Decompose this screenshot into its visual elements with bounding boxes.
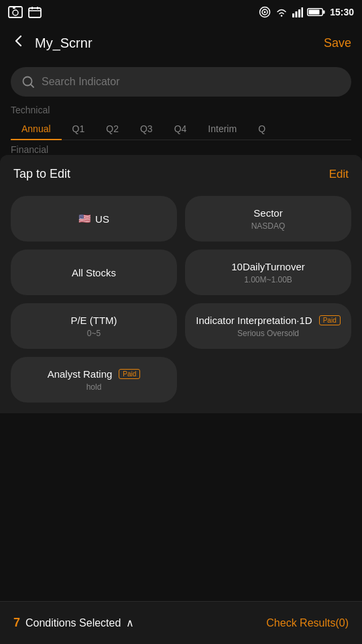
conditions-label: Conditions Selected — [25, 617, 121, 629]
chip-sector-sub: NASDAQ — [251, 221, 286, 231]
svg-rect-12 — [298, 9, 300, 17]
chip-us-region[interactable]: 🇺🇸 US — [11, 196, 177, 241]
chip-pe-sub: 0~5 — [87, 329, 101, 338]
svg-point-9 — [264, 11, 266, 13]
svg-rect-15 — [309, 10, 320, 15]
chip-pe-main: P/E (TTM) — [70, 315, 117, 326]
tap-to-edit-label: Tap to Edit — [13, 167, 70, 181]
main-card: Tap to Edit Edit 🇺🇸 US Sector NASDAQ All… — [0, 155, 362, 413]
chip-indicator-sub: Serious Oversold — [237, 329, 299, 338]
svg-rect-13 — [302, 7, 304, 17]
svg-rect-16 — [323, 11, 325, 14]
chevron-up-icon[interactable]: ∧ — [126, 616, 134, 629]
chip-sector-main: Sector — [253, 207, 282, 219]
bottom-bar: 7 Conditions Selected ∧ Check Results(0) — [0, 601, 362, 644]
conditions-count: 7 — [13, 616, 20, 630]
chip-indicator-main: Indicator Interpretation·1D Paid — [196, 315, 340, 326]
status-bar: 15:30 — [0, 0, 362, 24]
chip-analyst-sub: hold — [86, 382, 102, 392]
tab-q4[interactable]: Q4 — [164, 118, 198, 140]
tab-q1[interactable]: Q1 — [62, 118, 96, 140]
tab-annual[interactable]: Annual — [11, 118, 62, 140]
header: My_Scrnr Save — [0, 24, 362, 62]
chip-all-stocks[interactable]: All Stocks — [11, 250, 177, 295]
chip-turnover-main: 10DailyTurnover — [231, 261, 305, 272]
financial-label: Financial — [0, 140, 362, 155]
status-bar-right: 15:30 — [259, 6, 354, 18]
svg-point-1 — [13, 10, 18, 15]
us-flag: 🇺🇸 — [78, 213, 91, 225]
back-button[interactable] — [11, 33, 27, 53]
svg-rect-10 — [292, 13, 294, 17]
technical-label: Technical — [11, 105, 351, 115]
edit-button[interactable]: Edit — [329, 168, 349, 181]
paid-badge-analyst: Paid — [119, 369, 140, 379]
battery-icon — [307, 7, 326, 17]
chip-us-main: 🇺🇸 US — [78, 213, 109, 225]
search-bar[interactable] — [11, 67, 351, 97]
tab-q3[interactable]: Q3 — [129, 118, 164, 140]
chip-analyst-rating[interactable]: Analyst Rating Paid hold — [11, 357, 177, 402]
wifi-icon — [275, 7, 288, 17]
status-bar-left — [8, 6, 42, 18]
svg-rect-3 — [29, 8, 41, 17]
check-results-button[interactable]: Check Results(0) — [266, 617, 349, 629]
page-title: My_Scrnr — [35, 36, 324, 51]
chip-pe-ttm[interactable]: P/E (TTM) 0~5 — [11, 303, 177, 349]
save-button[interactable]: Save — [324, 36, 351, 50]
svg-rect-2 — [13, 7, 15, 9]
chip-sector[interactable]: Sector NASDAQ — [185, 196, 351, 241]
tab-interim[interactable]: Interim — [197, 118, 247, 140]
chip-10daily-turnover[interactable]: 10DailyTurnover 1.00M~1.00B — [185, 250, 351, 295]
tab-q[interactable]: Q — [247, 118, 276, 140]
svg-rect-11 — [296, 11, 298, 17]
target-icon — [259, 6, 271, 18]
search-input[interactable] — [42, 76, 341, 88]
tap-to-edit-bar: Tap to Edit Edit — [0, 155, 362, 193]
tab-q2[interactable]: Q2 — [95, 118, 129, 140]
chip-all-stocks-main: All Stocks — [72, 267, 116, 278]
tabs-row: Annual Q1 Q2 Q3 Q4 Interim Q — [11, 118, 351, 140]
chip-turnover-sub: 1.00M~1.00B — [244, 275, 292, 284]
svg-rect-5 — [32, 7, 33, 9]
chip-indicator-interp[interactable]: Indicator Interpretation·1D Paid Serious… — [185, 303, 351, 349]
search-icon — [21, 75, 35, 89]
paid-badge-indicator: Paid — [319, 315, 341, 325]
calendar-icon — [28, 6, 42, 18]
svg-rect-6 — [37, 7, 38, 9]
chips-grid: 🇺🇸 US Sector NASDAQ All Stocks 10DailyTu… — [0, 193, 362, 413]
chip-analyst-main: Analyst Rating Paid — [48, 368, 141, 380]
signal-icon — [292, 7, 303, 17]
photo-icon — [8, 6, 23, 18]
conditions-selected: 7 Conditions Selected ∧ — [13, 616, 134, 630]
time-display: 15:30 — [330, 7, 354, 17]
tabs-section: Technical Annual Q1 Q2 Q3 Q4 Interim Q — [0, 102, 362, 140]
